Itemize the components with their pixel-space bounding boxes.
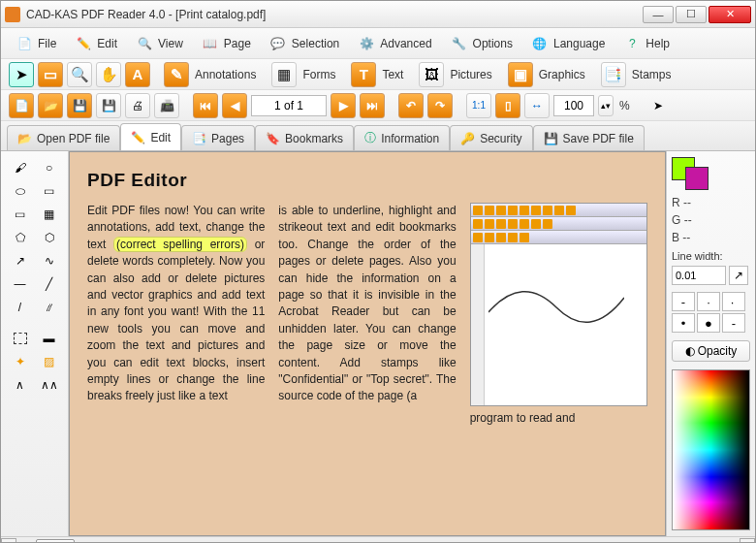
tab-bookmarks[interactable]: 🔖Bookmarks	[255, 125, 354, 150]
opacity-button[interactable]: ◐Opacity	[672, 340, 750, 362]
pentagon-tool[interactable]: ⬠	[8, 227, 33, 248]
annotations-label[interactable]: Annotations	[195, 68, 256, 81]
menu-view[interactable]: 🔍View	[131, 32, 187, 55]
select-rect-tool[interactable]	[8, 328, 33, 349]
new-button[interactable]: 📄	[9, 93, 34, 118]
style-dot-big[interactable]: ●	[697, 313, 720, 333]
save-button[interactable]: 💾	[67, 93, 92, 118]
graphics-label[interactable]: Graphics	[539, 68, 585, 81]
open-tab-icon: 📂	[17, 132, 32, 145]
highlighted-text: (correct spelling errors)	[113, 237, 247, 252]
dblcaret-tool[interactable]: ∧∧	[37, 374, 62, 396]
color-swatches[interactable]	[672, 157, 750, 192]
work-area: 🖌○ ⬭▭ ▭▦ ⬠⬡ ↗∿ —╱ /⫽ ▬ ✦▨ ∧∧∧ PDF Editor…	[1, 150, 755, 536]
dblslash-tool[interactable]: ⫽	[37, 297, 62, 318]
menu-help[interactable]: ?Help	[618, 32, 674, 55]
actual-size-button[interactable]: 1:1	[466, 93, 491, 118]
linewidth-preset-button[interactable]: ↗	[729, 266, 748, 285]
marquee-tool[interactable]: ▭	[38, 62, 63, 87]
stamps-label[interactable]: Stamps	[632, 68, 672, 81]
brush-tool[interactable]: 🖌	[8, 157, 33, 178]
pointer-tool[interactable]: ➤	[9, 62, 34, 87]
document-viewport[interactable]: PDF Editor Edit PDF files now! You can w…	[69, 151, 666, 536]
slash-tool[interactable]: /	[8, 297, 33, 318]
prev-page-button[interactable]: ◀	[222, 93, 247, 118]
stamps-button[interactable]: 📑	[601, 62, 626, 87]
menu-file[interactable]: 📄File	[11, 32, 60, 55]
style-dot-right[interactable]: ·	[722, 292, 745, 311]
rowrect-icon: ▭	[15, 208, 25, 221]
style-dash[interactable]: -	[672, 292, 695, 311]
first-page-button[interactable]: ⏮	[193, 93, 218, 118]
saveas-button[interactable]: 💾	[96, 93, 121, 118]
color-spectrum[interactable]	[672, 369, 750, 530]
arrow-tool[interactable]: ↗	[8, 250, 33, 272]
text-button[interactable]: T	[351, 62, 376, 87]
redo-button[interactable]: ↷	[427, 93, 453, 118]
minimize-button[interactable]: —	[643, 6, 674, 23]
graphics-button[interactable]: ▣	[508, 62, 533, 87]
tab-save[interactable]: 💾Save PDF file	[533, 125, 645, 150]
forms-label[interactable]: Forms	[302, 68, 335, 81]
curve-tool[interactable]: ∿	[37, 250, 62, 272]
style-dot-center[interactable]: •	[672, 313, 695, 333]
tab-edit[interactable]: ✏️Edit	[120, 123, 181, 150]
nav-toolbar: 📄 📂 💾 💾 🖨 📠 ⏮ ◀ ▶ ⏭ ↶ ↷ 1:1 ▯ ↔ ▴▾ % ➤	[1, 90, 755, 121]
print-button[interactable]: 🖨	[125, 93, 150, 118]
background-swatch[interactable]	[685, 167, 709, 190]
hline-tool[interactable]: —	[8, 273, 33, 295]
next-page-button[interactable]: ▶	[331, 93, 356, 118]
onetoone-icon: 1:1	[472, 100, 486, 111]
horizontal-scrollbar[interactable]: ◀ ▶	[1, 536, 755, 543]
close-button[interactable]: ✕	[709, 6, 751, 23]
rect-tool[interactable]: ▭	[37, 180, 62, 202]
menu-options[interactable]: 🔧Options	[446, 32, 517, 55]
hand-tool[interactable]: ✋	[96, 62, 121, 87]
zoom-stepper[interactable]: ▴▾	[598, 95, 614, 116]
tab-pages[interactable]: 📑Pages	[181, 125, 255, 150]
fit-page-button[interactable]: ▯	[495, 93, 520, 118]
zoom-tool[interactable]: 🔍	[67, 62, 92, 87]
undo-button[interactable]: ↶	[398, 93, 424, 118]
zoom-input[interactable]	[553, 95, 594, 116]
forms-button[interactable]: ▦	[271, 62, 297, 87]
scroll-left-button[interactable]: ◀	[1, 538, 16, 544]
ellipse-tool[interactable]: ⬭	[8, 180, 33, 202]
fill-rect-tool[interactable]: ▬	[37, 328, 62, 349]
fitpage-icon: ▯	[505, 99, 512, 112]
hand-icon: ✋	[100, 67, 118, 81]
caret-tool[interactable]: ∧	[8, 374, 33, 396]
menu-language[interactable]: 🌐Language	[526, 32, 609, 55]
fit-width-button[interactable]: ↔	[524, 93, 550, 118]
magic-tool[interactable]: ✦	[8, 351, 33, 372]
graphics-icon: ▣	[514, 67, 527, 81]
pictures-label[interactable]: Pictures	[450, 68, 491, 81]
menu-selection[interactable]: 💬Selection	[265, 32, 343, 55]
last-page-button[interactable]: ⏭	[360, 93, 385, 118]
annotations-button[interactable]: ✎	[164, 62, 189, 87]
tab-security[interactable]: 🔑Security	[450, 125, 532, 150]
gradient-tool[interactable]: ▨	[37, 351, 62, 372]
scan-button[interactable]: 📠	[154, 93, 179, 118]
scroll-right-button[interactable]: ▶	[740, 538, 755, 544]
circle-tool[interactable]: ○	[37, 157, 62, 178]
tab-information[interactable]: ⓘInformation	[354, 125, 450, 150]
menu-edit[interactable]: ✏️Edit	[70, 32, 121, 55]
polygon-tool[interactable]: ⬡	[37, 227, 62, 248]
text-select-tool[interactable]: A	[125, 62, 150, 87]
line-2-tool[interactable]: ▭	[8, 204, 33, 225]
style-line2[interactable]: -	[722, 313, 745, 333]
scroll-thumb[interactable]	[36, 539, 75, 544]
dline-tool[interactable]: ╱	[37, 273, 62, 295]
pictures-button[interactable]: 🖼	[419, 62, 444, 87]
menu-page[interactable]: 📖Page	[197, 32, 255, 55]
open-button[interactable]: 📂	[38, 93, 63, 118]
style-dot-left[interactable]: ·	[697, 292, 720, 311]
menu-advanced[interactable]: ⚙️Advanced	[353, 32, 435, 55]
text-label[interactable]: Text	[382, 68, 403, 81]
tab-open[interactable]: 📂Open PDF file	[7, 125, 120, 150]
linewidth-input[interactable]	[672, 266, 726, 285]
grid-tool[interactable]: ▦	[37, 204, 62, 225]
maximize-button[interactable]: ☐	[676, 6, 707, 23]
page-input[interactable]	[251, 95, 327, 116]
